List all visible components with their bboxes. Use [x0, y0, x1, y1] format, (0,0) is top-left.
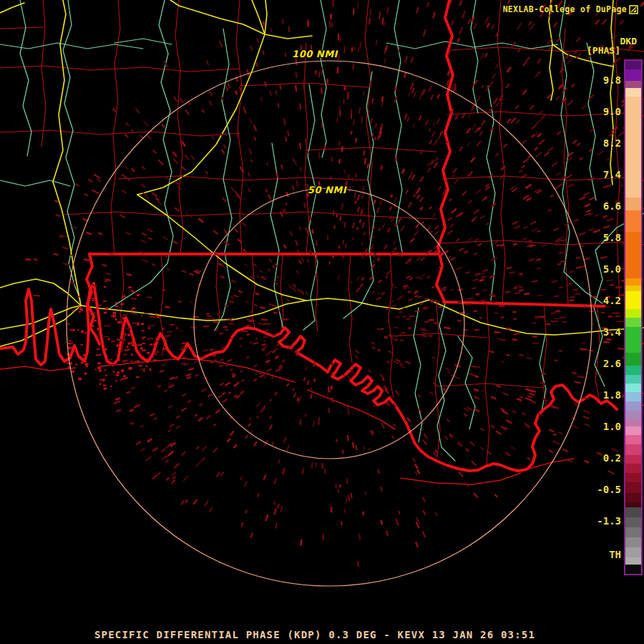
- colorbar-tick-label: 4.2: [603, 295, 621, 306]
- colorbar-band: [625, 482, 641, 492]
- colorbar-band: [625, 197, 641, 210]
- colorbar-band: [625, 384, 641, 392]
- colorbar-tick-label: 2.6: [603, 358, 621, 369]
- colorbar-band: [625, 210, 641, 232]
- colorbar-band: [625, 353, 641, 366]
- colorbar-tick-label: 3.4: [603, 326, 621, 338]
- colorbar-tick-label: 5.0: [603, 263, 621, 275]
- colorbar-band: [625, 69, 641, 81]
- colorbar-band: [625, 426, 641, 435]
- cod-logo-icon: [629, 5, 638, 14]
- colorbar-band: [625, 493, 641, 502]
- colorbar-band: [625, 444, 641, 455]
- colorbar-band: [625, 565, 641, 574]
- colorbar-tick-label: 1.0: [603, 421, 621, 432]
- colorbar-band: [625, 309, 641, 318]
- colorbar-band: [625, 375, 641, 384]
- brand-label: NEXLAB-College of DuPage: [503, 4, 627, 14]
- colorbar-tick-label: 9.0: [603, 106, 621, 117]
- colorbar-band: [625, 232, 641, 278]
- product-code-label: DKD: [620, 36, 637, 47]
- range-ring-label: 100 NMI: [292, 49, 338, 59]
- colorbar-band: [625, 401, 641, 411]
- colorbar-tick-label: 1.8: [603, 389, 621, 401]
- colorbar-band: [625, 97, 641, 197]
- colorbar-band: [625, 81, 641, 88]
- colorbar-band: [625, 392, 641, 401]
- colorbar-band: [625, 286, 641, 291]
- colorbar-band: [625, 547, 641, 557]
- colorbar-tick-label: 5.8: [603, 232, 621, 243]
- colorbar-band: [625, 464, 641, 473]
- colorbar-band: [625, 318, 641, 327]
- colorbar-tick-label: 0.2: [603, 452, 621, 464]
- colorbar-tick-label: -0.5: [597, 484, 621, 495]
- colorbar-tick-label: 8.2: [603, 137, 621, 149]
- units-label: [PHAS]: [587, 45, 620, 56]
- colorbar-band: [625, 435, 641, 444]
- radar-display: NEXLAB-College of DuPage DKD [PHAS] 9.89…: [0, 0, 644, 644]
- radar-map-canvas: [0, 0, 644, 644]
- colorbar-band: [625, 473, 641, 482]
- colorbar-band: [625, 537, 641, 547]
- colorbar-band: [625, 419, 641, 426]
- colorbar-band: [625, 327, 641, 353]
- colorbar-tick-label: -1.3: [597, 515, 621, 527]
- colorbar-band: [625, 557, 641, 565]
- colorbar-band: [625, 517, 641, 527]
- colorbar-tick-label: 9.8: [603, 74, 621, 86]
- colorbar-band: [625, 507, 641, 517]
- colorbar-band: [625, 291, 641, 309]
- colorbar-band: [625, 455, 641, 464]
- colorbar-band: [625, 411, 641, 419]
- colorbar: [624, 59, 643, 575]
- range-ring-label: 50 NMI: [308, 185, 346, 195]
- colorbar-band: [625, 502, 641, 507]
- state-borders: [87, 0, 605, 344]
- colorbar-band: [625, 61, 641, 69]
- range-rings: [67, 61, 592, 586]
- colorbar-band: [625, 278, 641, 286]
- colorbar-band: [625, 366, 641, 375]
- colorbar-tick-label: TH: [609, 549, 621, 560]
- colorbar-tick-label: 6.6: [603, 200, 621, 212]
- colorbar-tick-label: 7.4: [603, 169, 621, 180]
- colorbar-band: [625, 88, 641, 97]
- product-title: SPECIFIC DIFFERENTIAL PHASE (KDP) 0.3 DE…: [94, 629, 535, 640]
- colorbar-band: [625, 527, 641, 537]
- brand-text: NEXLAB-College of DuPage: [503, 4, 638, 14]
